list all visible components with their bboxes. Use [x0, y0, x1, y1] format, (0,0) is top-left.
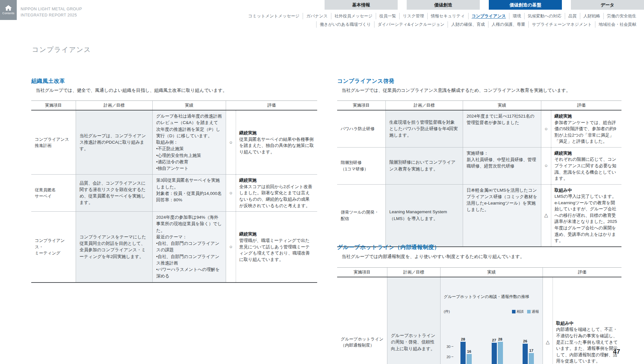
- eval-mark: ○: [226, 110, 236, 174]
- cell-eval: ○ 継続実施 参加者アンケートでは、総合評価の5段階評価で、参加者の約9割が上位…: [541, 110, 621, 147]
- legend-item-tsuho: 通報: [527, 309, 539, 314]
- nav-officers-list[interactable]: 役員一覧: [376, 13, 399, 19]
- eval-text: 継続実施 全体スコアは前回から2ポイント改善しました。顕著な変化とまでは言えない…: [236, 175, 317, 211]
- eval-comment: LMSの導入は完了しています。e-Learningツールでの教育を開始しています…: [554, 193, 618, 244]
- col-header-item: 実施項目: [337, 101, 385, 110]
- eval-mark: △: [543, 277, 553, 364]
- hotline-chart: グループホットラインの相談・通報件数の推移 (件) 相談 通報: [444, 287, 539, 364]
- eval-text: 取組み中 LMSの導入は完了しています。e-Learningツールでの教育を開始…: [551, 185, 621, 246]
- cell-result: 2024年度の参加率は94%（海外事業所の現地従業員を除く）でした。 最近のテー…: [152, 212, 226, 282]
- nav-occupational-safety[interactable]: 労働の安全衛生: [603, 13, 639, 19]
- eval-mark: ○: [226, 212, 236, 282]
- bar-value-label: 28: [461, 337, 465, 342]
- table-row: グループホットライン （内部通報制度） グループホットラインの周知・啓発、信頼性…: [337, 277, 621, 364]
- bar-相談-2023: 27: [492, 343, 497, 364]
- cell-item: コンプライアンス・ ミーティング: [31, 212, 76, 282]
- eval-comment: それぞれの階層に応じて、コンプライアンスに関する必要な知識、意識を伝える機会とし…: [554, 156, 618, 181]
- nav-climate-change[interactable]: 気候変動への対応: [524, 13, 565, 19]
- bar-value-label: 16: [467, 349, 471, 354]
- eval-status: 継続実施: [239, 130, 314, 136]
- chart-plot-wrap: 0102030 281627282617: [455, 327, 539, 364]
- col-header-plan: 計画／目標: [76, 101, 152, 110]
- nav-risk-management[interactable]: リスク管理: [399, 13, 427, 19]
- eval-mark: ○: [541, 148, 551, 184]
- cell-result: 第3回従業員匿名サーベイを実施しました。 対象者：役員・従業員約14,000名 …: [152, 175, 226, 211]
- col-header-plan: 計画／目標: [387, 268, 440, 277]
- cell-plan: 生産現場を担う管理監督職を対象としたパワハラ防止研修を年4回実施します。: [385, 110, 463, 147]
- cell-item: コンプライアンス 推進計画: [31, 110, 76, 174]
- nav-community[interactable]: 地域社会・社会貢献: [595, 21, 639, 28]
- compliance-education-table: 実施項目 計画／目標 実績 評価 パワハラ防止研修 生産現場を担う管理監督職を対…: [337, 101, 621, 247]
- eval-comment: 従業員匿名サーベイの結果や各種事例を踏まえた、独自の具体的な施策に取り組んでいま…: [239, 136, 314, 155]
- contents-home-button[interactable]: Contents: [0, 0, 17, 20]
- section-heading-culture-reform: 組織風土改革: [31, 77, 65, 85]
- cell-eval: ○ 継続実施 管理職が、職場ミーティングで出た意見について話しあう管理職ミーティ…: [226, 212, 317, 282]
- nav-compliance[interactable]: コンプライアンス: [468, 13, 509, 19]
- section-intro-group-hotline: 当社グループでは内部通報制度を、より使いやすい制度とするために取り組んでいます。: [337, 254, 525, 260]
- nav-outside-directors-message[interactable]: 社外役員メッセージ: [331, 13, 376, 19]
- nav-environment[interactable]: 環境: [509, 13, 524, 19]
- chart-y-axis: 0102030: [444, 327, 454, 364]
- eval-comment: 内部通報を端緒として、不正・不適切な行為の事実を確認し、是正に至った事例も増えて…: [556, 326, 618, 364]
- tab-value-creation-foundation[interactable]: 価値創造の基盤: [489, 0, 562, 10]
- bar-通報-2024: 17: [529, 353, 534, 364]
- nav-commitment-message[interactable]: コミットメントメッセージ: [245, 13, 303, 19]
- cell-item: グループホットライン （内部通報制度）: [337, 277, 387, 364]
- tab-value-creation[interactable]: 価値創造: [407, 0, 480, 10]
- cell-result: グループ各社は過年度の推進計画のレビュー（C&A）を踏まえて次年度の推進計画を策…: [152, 110, 226, 174]
- cell-plan: 品質、会計、コンプライアンスに関する潜在リスクを顕在化するため、従業員匿名サーベ…: [76, 175, 152, 211]
- eval-status: 継続実施: [239, 231, 314, 237]
- eval-status: 取組み中: [556, 320, 618, 327]
- bar-通報-2023: 28: [498, 342, 503, 364]
- table-row: コンプライアンス 推進計画 当社グループは、コンプライアンス推進計画のPDCAに…: [31, 110, 317, 175]
- cell-result-chart: グループホットラインの相談・通報件数の推移 (件) 相談 通報: [440, 277, 543, 364]
- nav-talent-acquisition[interactable]: 人財の確保、育成: [448, 21, 488, 28]
- bar-group-2022: 2816: [460, 342, 472, 364]
- bar-value-label: 26: [523, 339, 527, 344]
- section-heading-compliance-education: コンプライアンス啓発: [337, 77, 394, 85]
- bar-相談-2024: 26: [523, 344, 528, 364]
- section-intro-compliance-education: 当社グループでは、従業員のコンプライアンス意識を醸成するため、コンプライアンス教…: [337, 88, 571, 93]
- chart-plot: 281627282617: [455, 340, 539, 364]
- bar-group-2023: 2728: [492, 342, 503, 364]
- table-row: 従業員匿名 サーベイ 品質、会計、コンプライアンスに関する潜在リスクを顕在化する…: [31, 175, 317, 212]
- cell-plan: Leaning Management System（LMS）を導入します。: [385, 185, 463, 246]
- cell-eval: ○ 継続実施 従業員匿名サーベイの結果や各種事例を踏まえた、独自の具体的な施策に…: [226, 110, 317, 174]
- nav-supply-chain[interactable]: サプライチェーンマネジメント: [528, 21, 595, 28]
- cell-result: 実施研修： 新入社員研修、中堅社員研修、管理職研修、経営次世代研修: [463, 148, 541, 184]
- nav-governance[interactable]: ガバナンス: [303, 13, 331, 19]
- section-intro-culture-reform: 当社グループでは、健全で、風通しのよい組織を目指し、組織風土改革に取り組んでいま…: [31, 88, 227, 93]
- nav-hr-strategy[interactable]: 人財戦略: [580, 13, 603, 19]
- eval-status: 取組み中: [554, 187, 618, 194]
- eval-text: 継続実施 従業員匿名サーベイの結果や各種事例を踏まえた、独自の具体的な施策に取り…: [236, 110, 317, 174]
- nav-human-rights[interactable]: 人権の保護、尊重: [488, 21, 528, 28]
- nav-quality[interactable]: 品質: [565, 13, 580, 19]
- brand-line2: INTEGRATED REPORT 2025: [21, 12, 82, 18]
- bar-value-label: 17: [529, 348, 534, 353]
- eval-text: 継続実施 管理職が、職場ミーティングで出た意見について話しあう管理職ミーティング…: [236, 212, 317, 282]
- bar-value-label: 27: [492, 338, 496, 343]
- cell-item: 啓発ツールの開発・ 配信: [337, 185, 385, 246]
- home-icon: [5, 5, 12, 11]
- bar-通報-2022: 16: [467, 354, 472, 364]
- col-header-eval: 評価: [226, 101, 317, 110]
- nav-diversity-inclusion[interactable]: ダイバーシティ&インクルージョン: [374, 21, 448, 28]
- tab-data[interactable]: データ: [571, 0, 644, 10]
- table-row: コンプライアンス・ ミーティング コンプライアンスをテーマにした従業員同士の対話…: [31, 212, 317, 283]
- report-brand: NIPPON LIGHT METAL GROUP INTEGRATED REPO…: [21, 6, 82, 19]
- cell-eval: ○ 継続実施 それぞれの階層に応じて、コンプライアンスに関する必要な知識、意識を…: [541, 148, 621, 184]
- cell-plan: グループホットラインの周知・啓発、信頼性向上に取り組みます。: [387, 277, 440, 364]
- col-header-result: 実績: [463, 101, 541, 110]
- bar-group-2024: 2617: [523, 344, 534, 364]
- legend-label-sodan: 相談: [516, 309, 524, 314]
- brand-line1: NIPPON LIGHT METAL GROUP: [21, 6, 82, 12]
- eval-text: 継続実施 参加者アンケートでは、総合評価の5段階評価で、参加者の約9割が上位2つ…: [551, 110, 621, 147]
- legend-item-sodan: 相談: [512, 309, 524, 314]
- nav-information-security[interactable]: 情報セキュリティ: [427, 13, 468, 19]
- eval-status: 継続実施: [239, 177, 314, 184]
- tab-basic-info[interactable]: 基本情報: [325, 0, 398, 10]
- legend-label-tsuho: 通報: [532, 309, 539, 314]
- cell-item: 従業員匿名 サーベイ: [31, 175, 76, 211]
- cell-item: 階層別研修 （1コマ研修）: [337, 148, 385, 184]
- nav-rewarding-workplace[interactable]: 働きがいのある職場づくり: [316, 21, 374, 28]
